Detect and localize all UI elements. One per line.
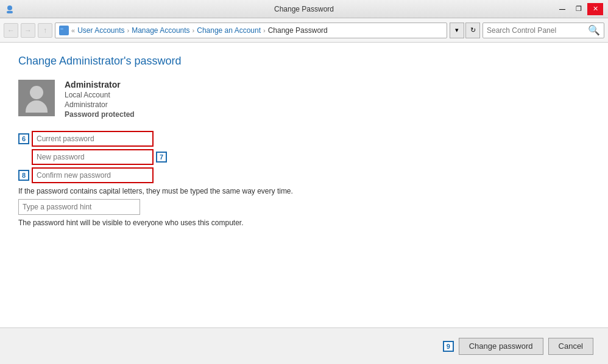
avatar-inner [24, 86, 49, 110]
title-bar-left [5, 4, 15, 14]
hint-info-text: The password hint will be visible to eve… [18, 219, 590, 227]
new-password-input[interactable] [32, 149, 154, 165]
step-badge-9: 9 [443, 341, 454, 352]
user-section: Administrator Local Account Administrato… [18, 80, 590, 119]
restore-button[interactable]: ❐ [571, 3, 587, 15]
main-body: Change Administrator's password Administ… [0, 43, 608, 364]
breadcrumb-change-account[interactable]: Change an Account [197, 26, 261, 35]
breadcrumb-manage-accounts[interactable]: Manage Accounts [132, 26, 189, 35]
breadcrumb-user-accounts[interactable]: User Accounts [77, 26, 124, 35]
breadcrumb-sep-2: › [193, 27, 195, 34]
current-password-input[interactable] [32, 131, 154, 147]
content-area: Change Administrator's password Administ… [0, 43, 608, 364]
hint-input[interactable] [18, 199, 140, 215]
breadcrumb-sep-1: › [127, 27, 130, 34]
avatar-head [30, 86, 43, 99]
new-password-row: 7 7 [18, 149, 590, 165]
breadcrumb-sep-3: › [263, 27, 266, 34]
hint-row [18, 199, 590, 215]
dropdown-button[interactable]: ▾ [450, 23, 464, 38]
app-icon [5, 4, 15, 14]
svg-rect-1 [7, 11, 13, 13]
refresh-button[interactable]: ↻ [465, 23, 480, 38]
page-title: Change Administrator's password [18, 55, 590, 68]
folder-icon [59, 26, 69, 35]
search-box: 🔍 [483, 23, 604, 38]
step-badge-7: 7 [156, 152, 167, 163]
breadcrumb-current: Change Password [268, 26, 328, 35]
back-button[interactable]: ← [4, 23, 18, 38]
page-content: Change Administrator's password Administ… [0, 43, 608, 327]
up-button[interactable]: ↑ [38, 23, 52, 38]
user-name: Administrator [65, 80, 135, 89]
confirm-password-input[interactable] [32, 167, 154, 183]
close-button[interactable]: ✕ [587, 3, 603, 15]
title-bar: Change Password ─ ❐ ✕ [0, 0, 608, 18]
user-detail-2: Administrator [65, 100, 135, 109]
search-input[interactable] [487, 26, 585, 35]
breadcrumb-sep-0: « [71, 27, 75, 34]
window-title: Change Password [274, 5, 334, 13]
user-info: Administrator Local Account Administrato… [65, 80, 135, 119]
minimize-button[interactable]: ─ [554, 3, 570, 15]
search-icon: 🔍 [588, 24, 600, 36]
address-bar: ← → ↑ « User Accounts › Manage Accounts … [0, 18, 608, 43]
step-badge-6: 6 [18, 133, 29, 144]
step-badge-8: 8 [18, 170, 29, 181]
svg-rect-3 [60, 28, 63, 30]
svg-point-0 [7, 5, 12, 10]
avatar-body [26, 100, 48, 113]
change-password-button[interactable]: Change password [459, 338, 543, 355]
action-bar: 9 Change password Cancel [0, 327, 608, 364]
current-password-row: 6 [18, 131, 590, 147]
address-path: « User Accounts › Manage Accounts › Chan… [55, 23, 447, 38]
user-detail-1: Local Account [65, 91, 135, 99]
capital-letters-info: If the password contains capital letters… [18, 187, 590, 195]
confirm-password-row: 8 [18, 167, 590, 183]
forward-button[interactable]: → [21, 23, 35, 38]
user-detail-3: Password protected [65, 110, 135, 119]
cancel-button[interactable]: Cancel [548, 338, 593, 355]
form-section: 6 7 7 8 If the password contains capital… [18, 131, 590, 227]
window-controls: ─ ❐ ✕ [554, 3, 603, 15]
user-avatar [18, 80, 55, 116]
address-controls: ▾ ↻ [450, 23, 480, 38]
